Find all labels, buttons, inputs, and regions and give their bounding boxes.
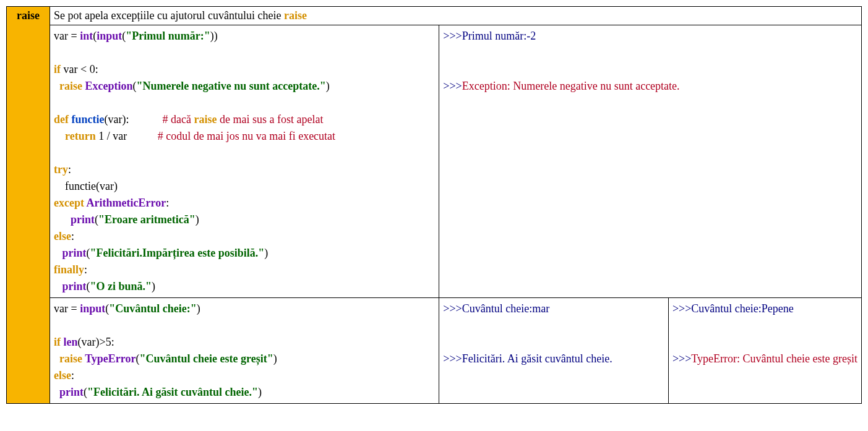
t: : <box>84 263 87 276</box>
prompt: >>> <box>443 302 462 315</box>
print-builtin: print <box>54 280 87 292</box>
t: functie(var) <box>54 180 118 192</box>
func-name: functie <box>69 113 105 126</box>
print-builtin: print <box>54 213 95 226</box>
intro-cell: Se pot apela excepțiile cu ajutorul cuvâ… <box>50 7 862 25</box>
output-line: Cuvântul cheie:Pepene <box>691 302 793 315</box>
string-literal: "Numerele negative nu sunt acceptate." <box>137 80 326 92</box>
int-builtin: int <box>80 30 93 42</box>
example2-output-b: >>>Cuvântul cheie:Pepene >>>TypeError: C… <box>672 301 857 367</box>
t: ) <box>196 213 199 226</box>
comment: # dacă <box>163 113 194 126</box>
t: var = <box>54 302 80 315</box>
t: : <box>166 197 169 209</box>
string-literal: "Cuvântul cheie este greșit" <box>140 352 273 365</box>
raise-keyword: raise <box>54 352 82 365</box>
if-keyword: if <box>54 336 61 348</box>
prompt: >>> <box>672 352 691 365</box>
string-literal: "Cuvântul cheie:" <box>109 302 197 315</box>
if-keyword: if <box>54 63 61 75</box>
prompt: >>> <box>672 302 691 315</box>
typeerror-class: TypeError <box>82 352 136 365</box>
output-line: Primul număr:-2 <box>462 30 536 42</box>
example2-output-a-cell: >>>Cuvântul cheie:mar >>>Felicitări. Ai … <box>439 298 669 404</box>
t: 1 / var <box>96 130 158 142</box>
row-label-cell: raise <box>7 7 50 404</box>
return-keyword: return <box>54 130 96 142</box>
string-literal: "Felicitări.Impărțirea este posibilă." <box>90 247 265 259</box>
exception-class: Exception <box>82 80 133 92</box>
t: : <box>71 230 74 242</box>
example2-output-a: >>>Cuvântul cheie:mar >>>Felicitări. Ai … <box>443 301 664 367</box>
error-line: Exception: Numerele negative nu sunt acc… <box>462 80 680 92</box>
error-line: TypeError: Cuvântul cheie este greșit <box>691 352 857 365</box>
try-keyword: try <box>54 163 68 176</box>
example1-code-cell: var = int(input("Primul număr:")) if var… <box>50 25 439 298</box>
string-literal: "Felicitări. Ai găsit cuvântul cheie." <box>87 386 258 398</box>
finally-keyword: finally <box>54 263 84 276</box>
output-line: Felicitări. Ai găsit cuvântul cheie. <box>462 352 612 365</box>
t: : <box>71 369 74 382</box>
raise-in-comment: raise <box>194 113 217 126</box>
t: (var)>5: <box>78 336 114 348</box>
t: var < 0: <box>61 63 98 75</box>
t: ) <box>197 302 200 315</box>
t: )) <box>210 30 218 42</box>
comment: # codul de mai jos nu va mai fi executat <box>158 130 335 142</box>
example1-output-cell: >>>Primul număr:-2 >>>Exception: Numerel… <box>439 25 862 298</box>
example1-code: var = int(input("Primul număr:")) if var… <box>54 28 435 295</box>
else-keyword: else <box>54 230 71 242</box>
print-builtin: print <box>54 386 84 398</box>
len-builtin: len <box>61 336 78 348</box>
raise-keyword: raise <box>54 80 82 92</box>
t: ) <box>258 386 262 398</box>
output-line: Cuvântul cheie:mar <box>462 302 549 315</box>
doc-table: raise Se pot apela excepțiile cu ajutoru… <box>6 6 862 404</box>
else-keyword: else <box>54 369 71 382</box>
intro-keyword: raise <box>284 9 307 22</box>
t: ) <box>326 80 330 92</box>
except-keyword: except <box>54 197 84 209</box>
prompt: >>> <box>443 30 462 42</box>
example1-output: >>>Primul număr:-2 >>>Exception: Numerel… <box>443 28 857 95</box>
string-literal: "Primul număr:" <box>126 30 210 42</box>
def-keyword: def <box>54 113 69 126</box>
t: (var): <box>105 113 163 126</box>
example2-output-b-cell: >>>Cuvântul cheie:Pepene >>>TypeError: C… <box>668 298 861 404</box>
t: : <box>68 163 71 176</box>
string-literal: "Eroare aritmetică" <box>98 213 196 226</box>
input-builtin: input <box>80 302 105 315</box>
example2-code-cell: var = input("Cuvântul cheie:") if len(va… <box>50 298 439 404</box>
example2-code: var = input("Cuvântul cheie:") if len(va… <box>54 301 435 401</box>
prompt: >>> <box>443 80 462 92</box>
input-builtin: input <box>97 30 122 42</box>
t: ) <box>152 280 155 292</box>
row-label: raise <box>17 9 40 22</box>
t: ) <box>273 352 277 365</box>
comment: de mai sus a fost apelat <box>217 113 323 126</box>
prompt: >>> <box>443 352 462 365</box>
string-literal: "O zi bună." <box>90 280 152 292</box>
t: ) <box>264 247 268 259</box>
t: var = <box>54 30 80 42</box>
print-builtin: print <box>54 247 87 259</box>
intro-text: Se pot apela excepțiile cu ajutorul cuvâ… <box>54 9 284 22</box>
arithmeticerror-class: ArithmeticError <box>84 197 166 209</box>
